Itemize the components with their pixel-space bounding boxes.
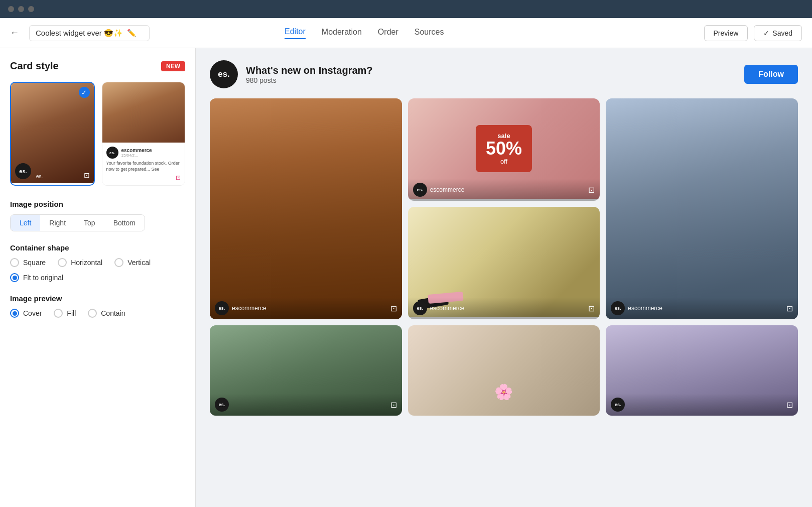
nav-actions: Preview ✓ Saved (704, 25, 802, 41)
grid-overlay-fashion-group: es. ⊡ (606, 394, 798, 416)
sale-off: off (486, 158, 522, 165)
preview-contain-radio[interactable] (88, 309, 97, 318)
grid-username-shoes: escommerce (430, 305, 465, 312)
card-previews: es. es. ⊡ ✓ es. escommerce 15/04/2... (10, 82, 185, 186)
shape-fit[interactable]: Flt to original (10, 273, 63, 282)
ig-icon-store: ⊡ (390, 400, 397, 410)
image-position-label: Image position (10, 200, 185, 208)
widget-header: es. What's new on Instagram? 980 posts F… (210, 60, 798, 88)
grid-username-denim: escommerce (628, 305, 662, 312)
ig-icon-sale: ⊡ (588, 185, 595, 195)
tab-moderation[interactable]: Moderation (322, 28, 362, 39)
grid-item-store[interactable]: es. ⊡ (210, 325, 402, 416)
edit-icon[interactable]: ✏️ (127, 29, 137, 38)
card-preview-text-2: Your favorite foundation stock. Order no… (106, 161, 181, 172)
preview-cover-label: Cover (23, 309, 42, 317)
titlebar-dot-2 (18, 6, 24, 12)
widget-title-input[interactable]: Coolest widget ever 😎✨ ✏️ (29, 25, 150, 41)
card-preview-img-1: es. es. ⊡ (11, 83, 94, 183)
shape-square-radio[interactable] (10, 258, 19, 267)
preview-button[interactable]: Preview (704, 25, 748, 41)
preview-cover-radio[interactable] (10, 309, 19, 318)
saved-label: Saved (772, 29, 792, 37)
titlebar-dot-1 (8, 6, 14, 12)
shape-horizontal-radio[interactable] (58, 258, 67, 267)
preview-contain-label: Contain (101, 309, 125, 317)
card-ig-icon-2: ⊡ (106, 174, 181, 181)
ig-icon-fashion-main: ⊡ (390, 304, 397, 313)
grid-item-flower[interactable]: 🌸 (408, 325, 600, 416)
ig-icon-shoes: ⊡ (588, 304, 595, 313)
sale-pct: 50% (486, 140, 522, 158)
position-top[interactable]: Top (75, 215, 104, 231)
shape-fit-radio[interactable] (10, 273, 19, 282)
widget-title-text: Coolest widget ever 😎✨ (36, 29, 123, 38)
position-left[interactable]: Left (11, 215, 40, 231)
position-bottom[interactable]: Bottom (104, 215, 145, 231)
card-preview-date-2: 15/04/2... (121, 153, 152, 158)
grid-username-sale: escommerce (430, 186, 465, 193)
card-preview-1[interactable]: es. es. ⊡ ✓ (10, 82, 95, 186)
follow-button[interactable]: Follow (744, 65, 798, 84)
grid-overlay-shoes: es. escommerce ⊡ (408, 297, 600, 319)
container-shape-options: Square Horizontal Vertical Flt to origin… (10, 258, 185, 282)
shape-vertical[interactable]: Vertical (114, 258, 151, 267)
main-layout: Card style NEW es. es. ⊡ ✓ es. (0, 48, 812, 507)
preview-contain[interactable]: Contain (88, 309, 125, 318)
preview-cover[interactable]: Cover (10, 309, 42, 318)
new-badge: NEW (161, 61, 185, 71)
nav-tabs: Editor Moderation Order Sources (285, 27, 444, 39)
shape-vertical-radio[interactable] (114, 258, 123, 267)
shape-horizontal[interactable]: Horizontal (58, 258, 102, 267)
back-button[interactable]: ← (10, 28, 19, 38)
tab-editor[interactable]: Editor (285, 27, 306, 39)
card-preview-img-2 (102, 82, 185, 143)
container-shape-label: Container shape (10, 243, 185, 252)
grid-item-fashion-main[interactable]: es. escommerce ⊡ (210, 98, 402, 319)
card-preview-username-1: es. (36, 174, 43, 179)
grid-overlay-store: es. ⊡ (210, 394, 402, 416)
widget-name: What's new on Instagram? (246, 65, 736, 76)
card-check-icon-1: ✓ (79, 87, 90, 98)
shape-square[interactable]: Square (10, 258, 46, 267)
widget-posts: 980 posts (246, 76, 736, 84)
card-preview-2[interactable]: es. escommerce 15/04/2... Your favorite … (102, 82, 186, 186)
card-preview-logo-1: es. (15, 163, 31, 179)
grid-item-shoes[interactable]: es. escommerce ⊡ (408, 207, 600, 319)
preview-fill-label: Fill (67, 309, 76, 317)
grid-item-denim[interactable]: es. escommerce ⊡ (606, 98, 798, 319)
grid-logo-fashion-group: es. (611, 398, 625, 412)
widget-info: What's new on Instagram? 980 posts (246, 65, 736, 84)
grid-logo-denim: es. (611, 301, 625, 315)
content-area: es. What's new on Instagram? 980 posts F… (196, 48, 812, 507)
shape-horizontal-label: Horizontal (71, 259, 102, 267)
titlebar-dot-3 (28, 6, 34, 12)
shape-square-label: Square (23, 259, 46, 267)
tab-sources[interactable]: Sources (415, 28, 444, 39)
card-preview-header-2: es. escommerce 15/04/2... (106, 147, 181, 159)
sidebar: Card style NEW es. es. ⊡ ✓ es. (0, 48, 196, 507)
position-right[interactable]: Right (40, 215, 75, 231)
grid-logo-store: es. (215, 398, 229, 412)
grid-overlay-denim: es. escommerce ⊡ (606, 297, 798, 319)
shape-fit-label: Flt to original (23, 274, 63, 282)
tab-order[interactable]: Order (378, 28, 398, 39)
ig-icon-fashion-group: ⊡ (786, 400, 793, 410)
image-grid: es. escommerce ⊡ sale 50% off (210, 98, 798, 416)
image-preview-label: Image preview (10, 294, 185, 303)
image-preview-options: Cover Fill Contain (10, 309, 185, 318)
card-preview-name-2: escommerce (121, 148, 152, 153)
position-options: Left Right Top Bottom (10, 214, 145, 231)
card-preview-logo-2: es. (106, 147, 118, 159)
check-icon: ✓ (763, 29, 769, 37)
grid-overlay-fashion-main: es. escommerce ⊡ (210, 297, 402, 319)
grid-item-fashion-group[interactable]: es. ⊡ (606, 325, 798, 416)
grid-logo-sale: es. (413, 183, 427, 197)
grid-username-fashion-main: escommerce (232, 305, 266, 312)
preview-fill[interactable]: Fill (54, 309, 76, 318)
grid-item-sale[interactable]: sale 50% off es. escommerce ⊡ (408, 98, 600, 201)
preview-fill-radio[interactable] (54, 309, 63, 318)
shape-vertical-label: Vertical (127, 259, 151, 267)
grid-logo-fashion-main: es. (215, 301, 229, 315)
saved-button[interactable]: ✓ Saved (754, 25, 802, 41)
